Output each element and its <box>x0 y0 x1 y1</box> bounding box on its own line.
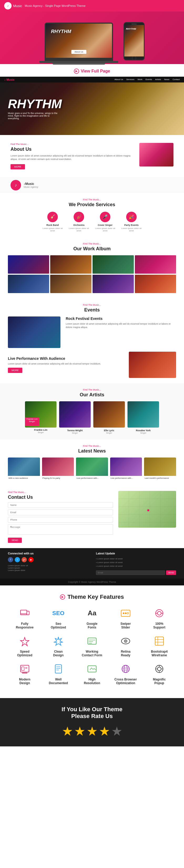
logo-icon: ♪ <box>4 2 11 9</box>
features-title: ▶ Theme Key Features <box>10 594 174 600</box>
list-item: Cross BrowserOptimization <box>112 662 140 685</box>
footer-email-input[interactable] <box>96 570 165 575</box>
header-tagline: Music Agency - Single Page WordPress The… <box>25 4 86 7</box>
list-item <box>50 255 91 274</box>
event-more-button[interactable]: MORE <box>8 368 22 373</box>
list-item: Playing DJ to party <box>42 458 74 480</box>
list-item: Bootstrap4Wireframe <box>145 634 174 657</box>
hero-devices-section: RHYTHM About Us RHYTHM <box>0 11 184 64</box>
service-desc-coversinger: Lorem ipsum dolor sit amet <box>95 227 116 232</box>
feature-icon-swiper <box>119 607 132 620</box>
googleplus-icon[interactable]: g+ <box>22 557 27 562</box>
svg-rect-9 <box>27 611 29 615</box>
list-item: Teresa Wright Singer <box>59 401 91 434</box>
contact-email-input[interactable] <box>8 509 113 515</box>
feature-name-modern: ModernDesign <box>10 678 39 685</box>
list-item: SpeedOptimized <box>10 634 39 657</box>
list-item: 🎸 Rock Band Lorem ipsum dolor sit amet <box>42 212 63 232</box>
svg-rect-26 <box>155 637 163 645</box>
news-caption-4: Live performance with... <box>110 476 142 480</box>
list-item: SEO SeoOptimized <box>44 607 72 629</box>
contact-section: Find The Music... Contact Us SEND <box>0 486 184 548</box>
footer-social-icons: f t g+ ▶ <box>8 557 88 562</box>
feature-name-clean: CleanDesign <box>44 650 72 657</box>
youtube-icon[interactable]: ▶ <box>28 557 34 562</box>
services-eyebrow: Find The Music... <box>10 198 174 201</box>
feature-name-swiper: SwiperSlider <box>112 622 140 629</box>
laptop-screen-hero-title: RHYTHM <box>51 29 71 34</box>
footer-copyright: Copyright © Music Agency WordPress Theme <box>68 581 116 583</box>
list-item: • Lorem ipsum dolor sit amet <box>96 564 176 568</box>
svg-point-12 <box>123 613 124 614</box>
list-item: Last month's performance <box>144 458 176 480</box>
service-icon-rockband: 🎸 <box>47 212 58 222</box>
footer-connected: Connected with us f t g+ ▶ Lorem ipsum d… <box>0 548 184 579</box>
service-desc-partyevents: Lorem ipsum dolor sit amet <box>121 227 142 232</box>
artist-name-elle: Elle Lyric <box>93 429 125 432</box>
album-title: Our Work Album <box>8 246 176 252</box>
event-info-2: Live Performance With Audience Lorem ips… <box>8 356 124 373</box>
feature-icon-speed <box>18 634 31 648</box>
feature-icon-crossbrowser <box>119 662 132 676</box>
footer-latest-title: Latest Update <box>96 552 176 555</box>
list-item: WellDocumented <box>44 662 72 685</box>
contact-name-input[interactable] <box>8 502 113 508</box>
svg-rect-39 <box>88 666 96 672</box>
star-3: ★ <box>87 724 98 739</box>
service-name-rockband: Rock Band <box>42 224 63 226</box>
feature-icon-retina <box>119 634 132 648</box>
about-section: Find The Music... About Us Lorem ipsum d… <box>0 135 184 177</box>
artist-role-frankie: Singer <box>25 431 57 434</box>
artist-role-elle: Singer <box>93 432 125 434</box>
event-title-1: Rock Festival Events <box>66 316 176 321</box>
service-icon-partyevents: 🎉 <box>126 212 137 222</box>
facebook-icon[interactable]: f <box>8 557 13 562</box>
hero-banner-content: RHYTHM Music goes a soul To the universe… <box>8 98 62 120</box>
music-logo-label: ♪Music Music Agency <box>24 182 38 188</box>
music-logo-icon: ♪ <box>10 180 21 190</box>
contact-message-input[interactable] <box>8 524 113 535</box>
footer-connected-title: Connected with us <box>8 552 88 555</box>
features-row-2: SpeedOptimized CleanDesign WorkingContac… <box>10 634 174 657</box>
preview-nav-links: About Us Services Work Events Artists Ne… <box>115 78 180 81</box>
contact-send-button[interactable]: SEND <box>8 537 22 543</box>
artist-image-teresa <box>59 401 91 428</box>
list-item: SwiperSlider <box>112 607 140 629</box>
stars-row: ★ ★ ★ ★ ★ <box>10 724 174 739</box>
list-item: • Lorem ipsum dolor sit amet <box>96 561 176 564</box>
twitter-icon[interactable]: t <box>15 557 20 562</box>
contact-map <box>118 491 176 528</box>
full-preview: ♪ Music About Us Services Work Events Ar… <box>0 77 184 585</box>
svg-point-25 <box>125 641 126 642</box>
svg-rect-32 <box>22 667 24 671</box>
feature-icon-responsive <box>18 607 31 620</box>
play-icon: ▶ <box>74 68 79 74</box>
contact-phone-input[interactable] <box>8 517 113 523</box>
news-caption-3: Live performance with... <box>76 476 108 480</box>
services-title: We Provide Services <box>10 202 174 208</box>
list-item <box>8 275 49 293</box>
about-more-button[interactable]: MORE <box>10 164 25 169</box>
feature-icon-popup <box>153 662 166 676</box>
map-grid <box>118 491 176 528</box>
svg-point-46 <box>157 667 161 671</box>
list-item <box>8 255 49 274</box>
contact-eyebrow: Find The Music... <box>8 491 113 494</box>
feature-icon-fonts: Aa <box>86 607 98 620</box>
news-title: Latest News <box>8 448 176 454</box>
event-desc-2: Lorem ipsum dolor sit amet consectetur a… <box>8 362 124 366</box>
list-item: 🎤 Cover Singer Lorem ipsum dolor sit ame… <box>95 212 116 232</box>
list-item: HighResolution <box>78 662 106 685</box>
event-info-1: Rock Festival Events Lorem ipsum dolor s… <box>66 316 176 348</box>
features-row-3: ModernDesign WellDocumented HighResoluti… <box>10 662 174 685</box>
list-item <box>93 255 134 274</box>
news-grid: With a new audience Playing DJ to party … <box>8 458 176 480</box>
list-item <box>135 255 176 274</box>
list-item: 🎻 Orchestra Lorem ipsum dolor sit amet <box>68 212 89 232</box>
news-caption-5: Last month's performance <box>144 476 176 480</box>
list-item: 100%Support <box>145 607 174 629</box>
feature-name-documented: WellDocumented <box>44 678 72 685</box>
list-item: CleanDesign <box>44 634 72 657</box>
footer-subscribe-button[interactable]: SEND <box>166 570 176 575</box>
view-full-page-link[interactable]: ▶ View Full Page <box>74 68 110 74</box>
